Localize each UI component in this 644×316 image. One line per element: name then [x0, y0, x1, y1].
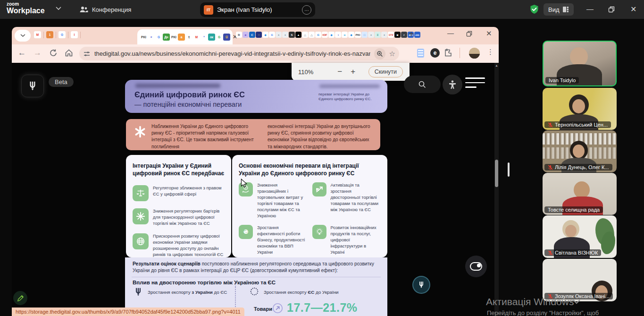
- back-icon[interactable]: ←: [18, 48, 26, 58]
- tab-divider: [56, 32, 56, 38]
- favicon[interactable]: ■: [243, 32, 249, 38]
- chevron-down-icon[interactable]: [573, 299, 580, 304]
- page-zoom-overlay: 110% − + Скинути: [292, 63, 410, 81]
- favicon[interactable]: a: [178, 34, 185, 41]
- reload-icon[interactable]: [49, 49, 58, 57]
- favicon[interactable]: M: [193, 34, 200, 41]
- video-tile-ivan-tsidylo[interactable]: Ivan Tsidylo: [543, 41, 617, 86]
- favicon[interactable]: ◆: [348, 32, 354, 38]
- tab-conference[interactable]: Конференция: [79, 0, 131, 19]
- active-browser-tab[interactable]: PKI«GДнPKIatM*окGŪ ✕: [137, 29, 233, 44]
- sidebar-resize-handle[interactable]: [508, 162, 510, 177]
- mic-muted-icon: [548, 250, 553, 256]
- annotate-pencil-button[interactable]: [13, 291, 27, 305]
- favicon[interactable]: ●: [368, 32, 374, 38]
- favicon[interactable]: G: [315, 32, 321, 38]
- favicon[interactable]: ●: [282, 32, 288, 38]
- zoom-out-button[interactable]: −: [333, 67, 346, 77]
- favicon[interactable]: G: [155, 34, 162, 41]
- browser-close-button[interactable]: ✕: [486, 29, 492, 38]
- site-settings-icon[interactable]: [83, 50, 91, 58]
- video-tile-zozulyak-oksana[interactable]: Зозуляк Оксана Івані...: [543, 259, 617, 301]
- favicon[interactable]: G: [269, 32, 275, 38]
- favicon[interactable]: D: [236, 32, 242, 38]
- site-search-button[interactable]: [404, 76, 441, 93]
- browser-restore-button[interactable]: [466, 31, 472, 37]
- tab-options-icon[interactable]: …: [302, 5, 311, 15]
- extensions-puzzle-icon[interactable]: [444, 49, 453, 57]
- favicon[interactable]: ○: [256, 32, 262, 38]
- favicon[interactable]: *: [201, 34, 208, 41]
- favicon[interactable]: ıı: [342, 32, 348, 38]
- favicon[interactable]: I: [71, 31, 78, 38]
- favicon[interactable]: 1: [46, 31, 53, 38]
- pinned-tabs[interactable]: M1GI: [34, 31, 82, 38]
- tab-search-button[interactable]: [15, 30, 31, 42]
- favicon[interactable]: IOF: [322, 32, 328, 38]
- adblock-extension-icon[interactable]: e: [430, 48, 440, 58]
- browser-menu-icon[interactable]: ⋮: [487, 48, 494, 56]
- close-button[interactable]: ✕: [630, 5, 636, 14]
- browser-minimize-button[interactable]: —: [447, 29, 454, 37]
- favicon[interactable]: t: [185, 34, 192, 41]
- video-tile-ternopil-center[interactable]: Тернопільський Цен...: [543, 88, 617, 130]
- menu-hamburger-icon[interactable]: [465, 77, 486, 91]
- favicon[interactable]: ☻: [394, 32, 401, 38]
- favicon[interactable]: PKI: [140, 34, 147, 41]
- favicon[interactable]: C: [249, 32, 255, 38]
- favicon[interactable]: «: [148, 34, 155, 41]
- favicon[interactable]: ▲: [295, 32, 301, 38]
- favicon[interactable]: □: [361, 32, 368, 38]
- diia-float-button[interactable]: [412, 276, 430, 294]
- favicon[interactable]: ●: [276, 32, 282, 38]
- zoom-in-button[interactable]: +: [346, 67, 360, 77]
- favicon[interactable]: zm: [414, 32, 420, 38]
- active-tab-favicons[interactable]: PKI«GДнPKIatM*окGŪ: [140, 34, 230, 41]
- scrollbar-up-arrow[interactable]: ▲: [495, 64, 498, 67]
- minimize-button[interactable]: —: [586, 5, 594, 13]
- favicon[interactable]: ок: [208, 34, 215, 41]
- favicon[interactable]: G: [216, 34, 223, 41]
- favicon[interactable]: ●: [381, 32, 387, 38]
- forward-icon[interactable]: →: [33, 48, 42, 58]
- favicon[interactable]: Дн: [163, 34, 170, 41]
- home-icon[interactable]: [65, 49, 73, 57]
- favicon[interactable]: △: [302, 32, 308, 38]
- widget-toggle-button[interactable]: [465, 256, 487, 277]
- windows-activation-hint: Перейдіть до розділу "Настройки", щоб: [487, 309, 599, 316]
- address-bar[interactable]: thedigital.gov.ua/news/business/ekonomic…: [79, 47, 399, 60]
- favicon[interactable]: ◐: [401, 32, 407, 38]
- scrollbar-track[interactable]: [494, 63, 499, 316]
- zoom-level-value: 110%: [298, 68, 313, 76]
- tab-screen-share[interactable]: IT Экран (Ivan Tsidylo) …: [200, 2, 315, 17]
- accessibility-button[interactable]: [443, 75, 462, 94]
- favicon[interactable]: S: [289, 32, 295, 38]
- favicon[interactable]: ◆: [262, 32, 268, 38]
- favicon[interactable]: △: [309, 32, 315, 38]
- video-tile-tovste-rada[interactable]: Товсте селищна рада: [543, 173, 617, 215]
- view-button[interactable]: Вид: [544, 3, 574, 16]
- site-logo-trident[interactable]: [21, 75, 44, 97]
- chevron-down-icon[interactable]: [56, 7, 61, 10]
- favicon[interactable]: PKI: [355, 32, 361, 38]
- video-tile-lilia-dunets[interactable]: Лілія Дунець, Олег К...: [543, 130, 617, 172]
- browser-tabs[interactable]: D■C○◆G●●S▲△△GIOF◆◑ıı◆PKI□●Ξ●172☻◐zmzm: [236, 32, 420, 38]
- scrollbar-thumb[interactable]: [495, 160, 498, 187]
- favicon[interactable]: M: [34, 31, 41, 38]
- new-tab-button[interactable]: +: [409, 29, 414, 40]
- profile-avatar[interactable]: [469, 48, 480, 59]
- restore-button[interactable]: [608, 6, 615, 13]
- bookmark-star-icon[interactable]: ☆: [389, 50, 395, 58]
- docs-extension-icon[interactable]: [417, 49, 424, 58]
- favicon[interactable]: Ū: [223, 34, 230, 41]
- video-tile-svitlana-viznyuk[interactable]: Світлана ВІЗНЮК: [543, 215, 617, 258]
- favicon[interactable]: 172: [388, 32, 394, 38]
- zoom-reset-button[interactable]: Скинути: [368, 66, 403, 77]
- favicon[interactable]: G: [59, 31, 66, 38]
- url-text[interactable]: thedigital.gov.ua/news/business/ekonomic…: [94, 50, 370, 57]
- zoom-level-icon[interactable]: [374, 48, 385, 60]
- favicon[interactable]: PKI: [170, 34, 177, 41]
- favicon[interactable]: ◆: [328, 32, 335, 38]
- favicon[interactable]: ◑: [335, 32, 341, 38]
- favicon[interactable]: Ξ: [375, 32, 381, 38]
